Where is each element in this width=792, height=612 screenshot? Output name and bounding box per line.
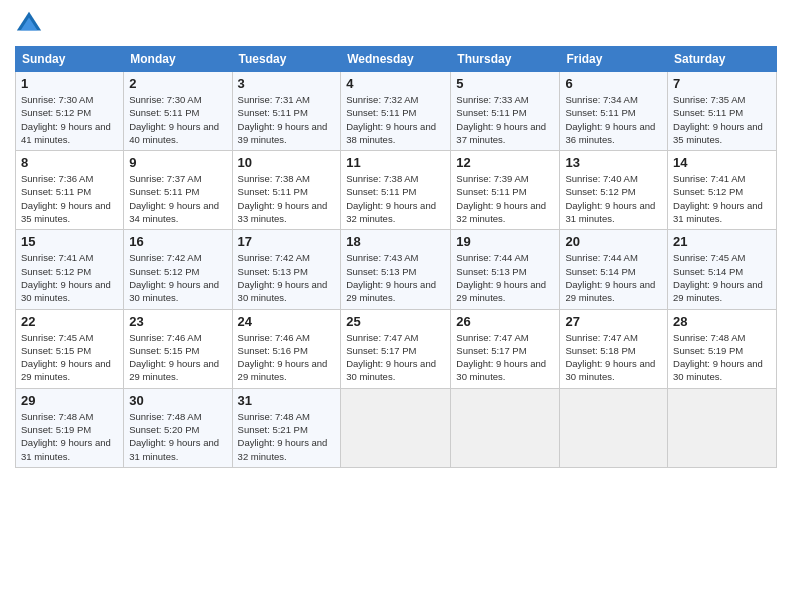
header-friday: Friday xyxy=(560,47,668,72)
header xyxy=(15,10,777,38)
day-info: Sunrise: 7:48 AMSunset: 5:20 PMDaylight:… xyxy=(129,411,219,462)
day-number: 23 xyxy=(129,314,226,329)
day-info: Sunrise: 7:48 AMSunset: 5:19 PMDaylight:… xyxy=(673,332,763,383)
calendar-cell: 9 Sunrise: 7:37 AMSunset: 5:11 PMDayligh… xyxy=(124,151,232,230)
day-number: 27 xyxy=(565,314,662,329)
day-number: 31 xyxy=(238,393,336,408)
day-number: 2 xyxy=(129,76,226,91)
calendar-cell: 18 Sunrise: 7:43 AMSunset: 5:13 PMDaylig… xyxy=(341,230,451,309)
day-info: Sunrise: 7:38 AMSunset: 5:11 PMDaylight:… xyxy=(346,173,436,224)
day-number: 5 xyxy=(456,76,554,91)
day-number: 8 xyxy=(21,155,118,170)
day-number: 30 xyxy=(129,393,226,408)
day-info: Sunrise: 7:47 AMSunset: 5:17 PMDaylight:… xyxy=(456,332,546,383)
calendar-cell: 16 Sunrise: 7:42 AMSunset: 5:12 PMDaylig… xyxy=(124,230,232,309)
day-info: Sunrise: 7:30 AMSunset: 5:12 PMDaylight:… xyxy=(21,94,111,145)
calendar-cell: 21 Sunrise: 7:45 AMSunset: 5:14 PMDaylig… xyxy=(668,230,777,309)
calendar-cell: 19 Sunrise: 7:44 AMSunset: 5:13 PMDaylig… xyxy=(451,230,560,309)
day-number: 6 xyxy=(565,76,662,91)
day-info: Sunrise: 7:41 AMSunset: 5:12 PMDaylight:… xyxy=(673,173,763,224)
day-number: 28 xyxy=(673,314,771,329)
day-number: 3 xyxy=(238,76,336,91)
calendar-cell: 8 Sunrise: 7:36 AMSunset: 5:11 PMDayligh… xyxy=(16,151,124,230)
calendar-week-row: 1 Sunrise: 7:30 AMSunset: 5:12 PMDayligh… xyxy=(16,72,777,151)
calendar-cell xyxy=(341,388,451,467)
day-number: 14 xyxy=(673,155,771,170)
day-number: 24 xyxy=(238,314,336,329)
calendar-cell: 5 Sunrise: 7:33 AMSunset: 5:11 PMDayligh… xyxy=(451,72,560,151)
day-info: Sunrise: 7:46 AMSunset: 5:15 PMDaylight:… xyxy=(129,332,219,383)
calendar-cell: 23 Sunrise: 7:46 AMSunset: 5:15 PMDaylig… xyxy=(124,309,232,388)
calendar-cell: 29 Sunrise: 7:48 AMSunset: 5:19 PMDaylig… xyxy=(16,388,124,467)
day-info: Sunrise: 7:40 AMSunset: 5:12 PMDaylight:… xyxy=(565,173,655,224)
day-number: 20 xyxy=(565,234,662,249)
header-thursday: Thursday xyxy=(451,47,560,72)
day-number: 12 xyxy=(456,155,554,170)
calendar-cell: 27 Sunrise: 7:47 AMSunset: 5:18 PMDaylig… xyxy=(560,309,668,388)
calendar-cell: 2 Sunrise: 7:30 AMSunset: 5:11 PMDayligh… xyxy=(124,72,232,151)
day-info: Sunrise: 7:32 AMSunset: 5:11 PMDaylight:… xyxy=(346,94,436,145)
calendar-cell: 1 Sunrise: 7:30 AMSunset: 5:12 PMDayligh… xyxy=(16,72,124,151)
day-number: 1 xyxy=(21,76,118,91)
calendar-week-row: 8 Sunrise: 7:36 AMSunset: 5:11 PMDayligh… xyxy=(16,151,777,230)
calendar-cell: 15 Sunrise: 7:41 AMSunset: 5:12 PMDaylig… xyxy=(16,230,124,309)
day-number: 17 xyxy=(238,234,336,249)
day-number: 4 xyxy=(346,76,445,91)
calendar-cell: 31 Sunrise: 7:48 AMSunset: 5:21 PMDaylig… xyxy=(232,388,341,467)
calendar-cell: 12 Sunrise: 7:39 AMSunset: 5:11 PMDaylig… xyxy=(451,151,560,230)
calendar-cell xyxy=(451,388,560,467)
calendar-week-row: 29 Sunrise: 7:48 AMSunset: 5:19 PMDaylig… xyxy=(16,388,777,467)
calendar-header-row: SundayMondayTuesdayWednesdayThursdayFrid… xyxy=(16,47,777,72)
day-info: Sunrise: 7:34 AMSunset: 5:11 PMDaylight:… xyxy=(565,94,655,145)
calendar-cell: 7 Sunrise: 7:35 AMSunset: 5:11 PMDayligh… xyxy=(668,72,777,151)
calendar-cell: 26 Sunrise: 7:47 AMSunset: 5:17 PMDaylig… xyxy=(451,309,560,388)
calendar-cell: 6 Sunrise: 7:34 AMSunset: 5:11 PMDayligh… xyxy=(560,72,668,151)
day-info: Sunrise: 7:47 AMSunset: 5:18 PMDaylight:… xyxy=(565,332,655,383)
day-number: 26 xyxy=(456,314,554,329)
day-number: 9 xyxy=(129,155,226,170)
day-number: 15 xyxy=(21,234,118,249)
calendar-cell: 17 Sunrise: 7:42 AMSunset: 5:13 PMDaylig… xyxy=(232,230,341,309)
day-info: Sunrise: 7:46 AMSunset: 5:16 PMDaylight:… xyxy=(238,332,328,383)
day-number: 21 xyxy=(673,234,771,249)
day-info: Sunrise: 7:38 AMSunset: 5:11 PMDaylight:… xyxy=(238,173,328,224)
logo-icon xyxy=(15,10,43,38)
day-info: Sunrise: 7:48 AMSunset: 5:21 PMDaylight:… xyxy=(238,411,328,462)
calendar-cell: 22 Sunrise: 7:45 AMSunset: 5:15 PMDaylig… xyxy=(16,309,124,388)
day-info: Sunrise: 7:41 AMSunset: 5:12 PMDaylight:… xyxy=(21,252,111,303)
header-wednesday: Wednesday xyxy=(341,47,451,72)
day-number: 13 xyxy=(565,155,662,170)
calendar-table: SundayMondayTuesdayWednesdayThursdayFrid… xyxy=(15,46,777,468)
day-number: 25 xyxy=(346,314,445,329)
calendar-week-row: 15 Sunrise: 7:41 AMSunset: 5:12 PMDaylig… xyxy=(16,230,777,309)
calendar-cell: 11 Sunrise: 7:38 AMSunset: 5:11 PMDaylig… xyxy=(341,151,451,230)
calendar-cell: 20 Sunrise: 7:44 AMSunset: 5:14 PMDaylig… xyxy=(560,230,668,309)
day-info: Sunrise: 7:47 AMSunset: 5:17 PMDaylight:… xyxy=(346,332,436,383)
calendar-cell xyxy=(668,388,777,467)
day-info: Sunrise: 7:45 AMSunset: 5:14 PMDaylight:… xyxy=(673,252,763,303)
page: SundayMondayTuesdayWednesdayThursdayFrid… xyxy=(0,0,792,612)
calendar-week-row: 22 Sunrise: 7:45 AMSunset: 5:15 PMDaylig… xyxy=(16,309,777,388)
header-saturday: Saturday xyxy=(668,47,777,72)
calendar-cell: 3 Sunrise: 7:31 AMSunset: 5:11 PMDayligh… xyxy=(232,72,341,151)
day-info: Sunrise: 7:36 AMSunset: 5:11 PMDaylight:… xyxy=(21,173,111,224)
calendar-cell: 25 Sunrise: 7:47 AMSunset: 5:17 PMDaylig… xyxy=(341,309,451,388)
calendar-cell: 24 Sunrise: 7:46 AMSunset: 5:16 PMDaylig… xyxy=(232,309,341,388)
calendar-cell xyxy=(560,388,668,467)
day-info: Sunrise: 7:31 AMSunset: 5:11 PMDaylight:… xyxy=(238,94,328,145)
day-number: 7 xyxy=(673,76,771,91)
day-info: Sunrise: 7:37 AMSunset: 5:11 PMDaylight:… xyxy=(129,173,219,224)
day-info: Sunrise: 7:45 AMSunset: 5:15 PMDaylight:… xyxy=(21,332,111,383)
day-info: Sunrise: 7:42 AMSunset: 5:13 PMDaylight:… xyxy=(238,252,328,303)
header-sunday: Sunday xyxy=(16,47,124,72)
day-info: Sunrise: 7:44 AMSunset: 5:14 PMDaylight:… xyxy=(565,252,655,303)
day-info: Sunrise: 7:48 AMSunset: 5:19 PMDaylight:… xyxy=(21,411,111,462)
calendar-cell: 10 Sunrise: 7:38 AMSunset: 5:11 PMDaylig… xyxy=(232,151,341,230)
calendar-cell: 13 Sunrise: 7:40 AMSunset: 5:12 PMDaylig… xyxy=(560,151,668,230)
logo xyxy=(15,10,47,38)
day-info: Sunrise: 7:42 AMSunset: 5:12 PMDaylight:… xyxy=(129,252,219,303)
day-number: 22 xyxy=(21,314,118,329)
calendar-cell: 14 Sunrise: 7:41 AMSunset: 5:12 PMDaylig… xyxy=(668,151,777,230)
day-number: 11 xyxy=(346,155,445,170)
calendar-cell: 28 Sunrise: 7:48 AMSunset: 5:19 PMDaylig… xyxy=(668,309,777,388)
